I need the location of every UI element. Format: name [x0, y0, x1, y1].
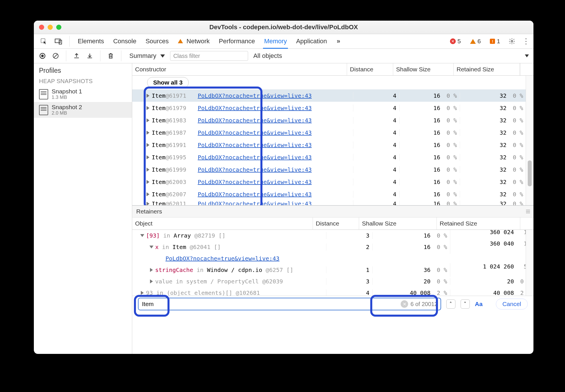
source-link[interactable]: PoLdbOX?nocache=true&view=live:43 — [198, 179, 311, 185]
cell-distance: 4 — [353, 117, 399, 124]
source-link[interactable]: PoLdbOX?nocache=true&view=live:43 — [198, 142, 311, 148]
settings-icon[interactable] — [508, 38, 516, 45]
col-object[interactable]: Object — [132, 217, 313, 230]
col-distance[interactable]: Distance — [347, 63, 393, 75]
constructor-row[interactable]: Item @61999PoLdbOX?nocache=true&view=liv… — [132, 163, 526, 176]
tab-elements[interactable]: Elements — [77, 35, 105, 48]
constructor-row[interactable]: Item @61995PoLdbOX?nocache=true&view=liv… — [132, 151, 526, 163]
disclosure-icon[interactable] — [140, 234, 144, 237]
source-link[interactable]: PoLdbOX?nocache=true&view=live:43 — [198, 117, 311, 124]
constructor-row[interactable]: Item @61979PoLdbOX?nocache=true&view=liv… — [132, 102, 526, 114]
constructor-row[interactable]: Item @61971PoLdbOX?nocache=true&view=liv… — [132, 89, 526, 102]
retainer-row[interactable]: value in system / PropertyCell @62039320… — [132, 276, 533, 287]
disclosure-icon[interactable] — [147, 106, 149, 110]
memory-toolbar: Summary All objects — [34, 49, 533, 63]
retainer-row[interactable]: stringCache in Window / cdpn.io @6257 []… — [132, 264, 533, 276]
match-case-toggle[interactable]: Aa — [475, 301, 483, 307]
search-prev-button[interactable]: ˄ — [446, 299, 455, 309]
scrollbar[interactable] — [526, 76, 533, 205]
cancel-button[interactable]: Cancel — [496, 299, 528, 309]
clear-icon[interactable] — [52, 52, 60, 60]
warning-icon — [470, 39, 476, 44]
import-icon[interactable] — [86, 52, 94, 60]
disclosure-icon[interactable] — [149, 246, 153, 248]
cell-distance: 4 — [353, 129, 399, 136]
class-filter-input[interactable] — [170, 51, 248, 61]
disclosure-icon[interactable] — [147, 155, 149, 159]
col-constructor[interactable]: Constructor — [132, 63, 347, 75]
retainers-menu-icon[interactable] — [525, 209, 531, 215]
source-link[interactable]: PoLdbOX?nocache=true&view=live:43 — [198, 105, 311, 111]
device-toolbar-icon[interactable] — [54, 37, 63, 45]
chevron-down-icon — [160, 54, 165, 58]
col-retained[interactable]: Retained Size — [437, 217, 520, 230]
disclosure-icon[interactable] — [147, 143, 149, 147]
disclosure-icon[interactable] — [150, 279, 153, 283]
disclosure-icon[interactable] — [147, 118, 149, 122]
search-next-button[interactable]: ˅ — [461, 299, 470, 309]
scrollbar-thumb[interactable] — [528, 160, 532, 186]
export-icon[interactable] — [73, 52, 81, 60]
col-shallow[interactable]: Shallow Size — [393, 63, 454, 75]
tab-console[interactable]: Console — [112, 35, 138, 48]
disclosure-icon[interactable] — [147, 168, 149, 172]
svg-point-5 — [41, 55, 44, 57]
constructor-row[interactable]: Item @62011PoLdbOX?nocache=true&view=liv… — [132, 200, 526, 205]
retainer-row[interactable]: x in Item @62041 []2160 %360 04018 % — [132, 241, 533, 253]
info-badge[interactable]: ! 1 — [489, 38, 501, 45]
show-all-button[interactable]: Show all 3 — [147, 77, 189, 88]
retainer-row[interactable]: 93 in (object elements)[] @102681440 008… — [132, 287, 533, 296]
cell-distance: 4 — [353, 179, 399, 185]
tab-network[interactable]: Network — [177, 35, 211, 48]
view-select[interactable]: Summary — [129, 52, 165, 60]
retainer-row[interactable]: [93] in Array @82719 []3160 %360 02418 % — [132, 230, 533, 241]
source-link[interactable]: PoLdbOX?nocache=true&view=live:43 — [198, 166, 311, 173]
minimize-icon[interactable] — [48, 25, 53, 30]
close-icon[interactable] — [39, 25, 44, 30]
tab-sources[interactable]: Sources — [144, 35, 170, 48]
col-retained[interactable]: Retained Size — [454, 63, 520, 75]
kebab-menu-icon[interactable]: ⋮ — [523, 38, 530, 45]
source-link[interactable]: PoLdbOX?nocache=true&view=live:43 — [198, 191, 311, 198]
constructor-row[interactable]: Item @61991PoLdbOX?nocache=true&view=liv… — [132, 139, 526, 151]
source-link[interactable]: PoLdbOX?nocache=true&view=live:43 — [198, 200, 311, 205]
tab-application[interactable]: Application — [295, 35, 328, 48]
toolbar-overflow-icon[interactable] — [525, 54, 529, 57]
source-link[interactable]: PoLdbOX?nocache=true&view=live:43 — [198, 129, 311, 136]
retainer-row[interactable]: PoLdbOX?nocache=true&view=live:43 — [132, 253, 533, 264]
constructor-row[interactable]: Item @61987PoLdbOX?nocache=true&view=liv… — [132, 126, 526, 139]
cell-shallow: 16 — [433, 142, 440, 148]
maximize-icon[interactable] — [56, 25, 61, 30]
col-distance[interactable]: Distance — [313, 217, 359, 230]
source-link[interactable]: PoLdbOX?nocache=true&view=live:43 — [165, 255, 279, 262]
constructor-row[interactable]: Item @62003PoLdbOX?nocache=true&view=liv… — [132, 176, 526, 188]
constructor-row[interactable]: Item @61983PoLdbOX?nocache=true&view=liv… — [132, 114, 526, 126]
object-filter[interactable]: All objects — [253, 52, 282, 60]
disclosure-icon[interactable] — [141, 291, 144, 295]
col-shallow[interactable]: Shallow Size — [359, 217, 437, 230]
disclosure-icon[interactable] — [147, 192, 149, 196]
delete-icon[interactable] — [107, 52, 115, 60]
more-tabs-icon[interactable]: » — [335, 38, 342, 45]
tab-memory[interactable]: Memory — [263, 35, 288, 49]
disclosure-icon[interactable] — [147, 202, 149, 205]
warnings-badge[interactable]: 6 — [469, 38, 482, 45]
scrollbar[interactable] — [526, 230, 533, 296]
tab-performance[interactable]: Performance — [218, 35, 256, 48]
clear-search-icon[interactable]: ✕ — [401, 300, 408, 308]
disclosure-icon[interactable] — [147, 131, 149, 135]
cell-retained: 32 — [500, 142, 506, 148]
source-link[interactable]: PoLdbOX?nocache=true&view=live:43 — [198, 92, 311, 99]
inspect-icon[interactable] — [40, 37, 48, 45]
snapshot-item[interactable]: Snapshot 2 2.0 MB — [34, 102, 132, 118]
source-link[interactable]: PoLdbOX?nocache=true&view=live:43 — [198, 154, 311, 161]
disclosure-icon[interactable] — [150, 268, 153, 272]
record-icon[interactable] — [38, 52, 46, 60]
errors-badge[interactable]: ✕ 5 — [449, 38, 462, 45]
disclosure-icon[interactable] — [147, 180, 149, 184]
object-id: @61995 — [165, 154, 186, 161]
search-input[interactable] — [139, 298, 401, 310]
snapshot-item[interactable]: Snapshot 1 1.3 MB — [34, 86, 132, 102]
disclosure-icon[interactable] — [147, 94, 149, 98]
constructor-row[interactable]: Item @62007PoLdbOX?nocache=true&view=liv… — [132, 188, 526, 200]
